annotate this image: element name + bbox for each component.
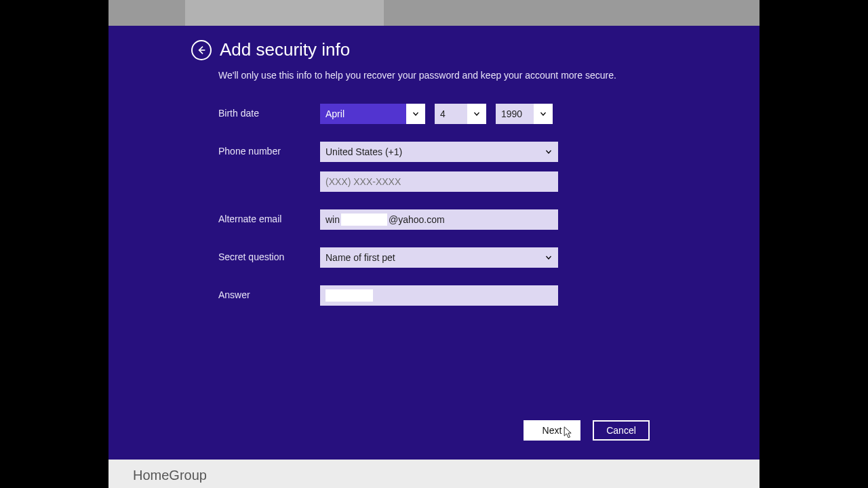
next-button-label: Next: [542, 425, 562, 436]
chevron-down-icon: [539, 142, 558, 162]
alternate-email-suffix: @yahoo.com: [389, 214, 445, 225]
phone-country-value: United States (+1): [320, 146, 408, 157]
phone-number-input[interactable]: [320, 171, 558, 192]
birth-day-select[interactable]: 4: [435, 104, 486, 124]
secret-question-value: Name of first pet: [320, 252, 401, 263]
phone-country-select[interactable]: United States (+1): [320, 142, 558, 162]
chevron-down-icon: [534, 104, 553, 124]
back-button[interactable]: [191, 40, 212, 60]
app-viewport: Add security info We'll only use this in…: [108, 0, 760, 488]
background-window-bottom: HomeGroup: [108, 460, 760, 488]
chevron-down-icon: [539, 247, 558, 268]
security-info-form: Birth date April 4 1990: [218, 104, 666, 323]
security-info-panel: Add security info We'll only use this in…: [108, 26, 760, 460]
birth-year-select[interactable]: 1990: [496, 104, 553, 124]
secret-question-select[interactable]: Name of first pet: [320, 247, 558, 268]
redacted-segment: [326, 289, 373, 302]
background-window-top: [108, 0, 760, 26]
cursor-icon: [564, 426, 573, 440]
page-subtitle: We'll only use this info to help you rec…: [218, 70, 616, 81]
birth-month-select[interactable]: April: [320, 104, 425, 124]
alternate-email-prefix: win: [326, 214, 340, 225]
alternate-email-label: Alternate email: [218, 209, 320, 224]
phone-number-label: Phone number: [218, 142, 320, 157]
cancel-button[interactable]: Cancel: [593, 420, 650, 441]
background-window-title: HomeGroup: [133, 468, 207, 483]
arrow-left-icon: [196, 45, 207, 56]
page-title: Add security info: [220, 39, 350, 60]
answer-input[interactable]: [320, 285, 558, 306]
redacted-segment: [341, 214, 387, 226]
answer-label: Answer: [218, 285, 320, 300]
background-window-tab: [185, 0, 384, 26]
birth-day-value: 4: [435, 108, 451, 119]
secret-question-label: Secret question: [218, 247, 320, 262]
cancel-button-label: Cancel: [606, 425, 636, 436]
chevron-down-icon: [406, 104, 425, 124]
birth-year-value: 1990: [496, 108, 528, 119]
chevron-down-icon: [467, 104, 486, 124]
next-button[interactable]: Next: [524, 420, 580, 441]
alternate-email-input[interactable]: win@yahoo.com: [320, 209, 558, 230]
birth-month-value: April: [320, 108, 350, 119]
birth-date-label: Birth date: [218, 104, 320, 119]
